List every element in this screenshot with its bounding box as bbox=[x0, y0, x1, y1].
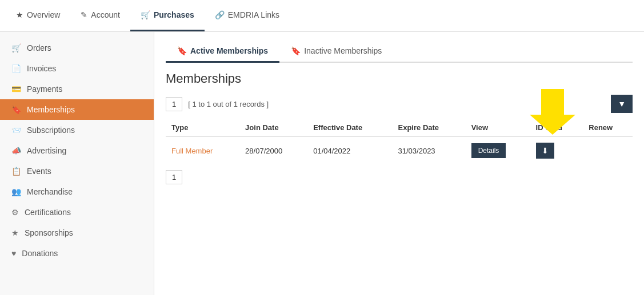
pagination-bottom: 1 bbox=[166, 170, 633, 184]
orders-icon: 🛒 bbox=[11, 43, 21, 52]
sidebar-item-merchandise[interactable]: 👥 Merchandise bbox=[0, 181, 154, 202]
cell-type: Full Member bbox=[166, 137, 239, 165]
records-info: [ 1 to 1 out of 1 records ] bbox=[188, 100, 269, 108]
download-id-card-button[interactable]: ⬇ bbox=[536, 143, 554, 159]
nav-emdria-label: EMDRIA Links bbox=[228, 10, 279, 19]
filter-button[interactable]: ▼ bbox=[611, 95, 633, 113]
sidebar-payments-label: Payments bbox=[27, 84, 62, 94]
cell-id-card: ⬇ bbox=[530, 137, 583, 165]
edit-icon: ✎ bbox=[81, 10, 87, 19]
cart-icon: 🛒 bbox=[141, 10, 150, 19]
sidebar-merchandise-label: Merchandise bbox=[27, 187, 73, 196]
active-tab-icon: 🔖 bbox=[177, 46, 187, 55]
table-header-row: Type Join Date Effective Date Expire Dat… bbox=[166, 119, 633, 137]
sidebar-events-label: Events bbox=[27, 167, 51, 176]
sidebar-item-donations[interactable]: ♥ Donations bbox=[0, 243, 154, 264]
certifications-icon: ⚙ bbox=[11, 208, 19, 217]
sidebar-advertising-label: Advertising bbox=[27, 146, 66, 155]
cell-view: Details bbox=[466, 137, 530, 165]
col-type: Type bbox=[166, 119, 239, 137]
subscriptions-icon: 📨 bbox=[11, 126, 21, 135]
cell-renew bbox=[583, 137, 633, 165]
nav-item-purchases[interactable]: 🛒 Purchases bbox=[130, 0, 205, 31]
tab-active-memberships[interactable]: 🔖 Active Memberships bbox=[166, 41, 279, 63]
top-navigation: ★ Overview ✎ Account 🛒 Purchases 🔗 EMDRI… bbox=[0, 0, 644, 32]
nav-item-overview[interactable]: ★ Overview bbox=[6, 0, 70, 31]
sidebar-invoices-label: Invoices bbox=[27, 64, 56, 73]
sidebar-item-payments[interactable]: 💳 Payments bbox=[0, 79, 154, 99]
download-icon: ⬇ bbox=[542, 146, 549, 155]
col-id-card: ID Card bbox=[530, 119, 583, 137]
sidebar-orders-label: Orders bbox=[27, 43, 51, 52]
link-icon: 🔗 bbox=[215, 10, 225, 19]
sidebar-item-orders[interactable]: 🛒 Orders bbox=[0, 38, 154, 58]
active-tab-label: Active Memberships bbox=[190, 46, 268, 55]
pagination-top: 1 [ 1 to 1 out of 1 records ] ▼ bbox=[166, 95, 633, 113]
donations-icon: ♥ bbox=[11, 249, 16, 258]
payments-icon: 💳 bbox=[11, 84, 21, 94]
cell-join-date: 28/07/2000 bbox=[239, 137, 307, 165]
col-expire-date: Expire Date bbox=[393, 119, 466, 137]
filter-icon: ▼ bbox=[618, 99, 626, 108]
sidebar-memberships-label: Memberships bbox=[27, 105, 75, 114]
table-row: Full Member 28/07/2000 01/04/2022 31/03/… bbox=[166, 137, 633, 165]
current-page-bottom[interactable]: 1 bbox=[166, 170, 182, 184]
nav-item-account[interactable]: ✎ Account bbox=[70, 0, 130, 31]
invoices-icon: 📄 bbox=[11, 64, 21, 73]
nav-account-label: Account bbox=[91, 10, 120, 19]
inactive-tab-icon: 🔖 bbox=[291, 46, 301, 55]
merchandise-icon: 👥 bbox=[11, 187, 21, 196]
page-title: Memberships bbox=[166, 71, 633, 86]
sidebar-item-subscriptions[interactable]: 📨 Subscriptions bbox=[0, 120, 154, 140]
nav-overview-label: Overview bbox=[27, 10, 60, 19]
cell-effective-date: 01/04/2022 bbox=[307, 137, 392, 165]
col-renew: Renew bbox=[583, 119, 633, 137]
sidebar-sponsorships-label: Sponsorships bbox=[25, 228, 73, 237]
advertising-icon: 📣 bbox=[11, 146, 21, 155]
sidebar-donations-label: Donations bbox=[22, 249, 58, 258]
sidebar-item-invoices[interactable]: 📄 Invoices bbox=[0, 58, 154, 79]
cell-expire-date: 31/03/2023 bbox=[393, 137, 466, 165]
current-page-top[interactable]: 1 bbox=[166, 97, 182, 111]
sidebar-item-certifications[interactable]: ⚙ Certifications bbox=[0, 202, 154, 223]
main-content: 🔖 Active Memberships 🔖 Inactive Membersh… bbox=[154, 32, 644, 295]
nav-item-emdria-links[interactable]: 🔗 EMDRIA Links bbox=[205, 0, 290, 31]
sidebar-item-memberships[interactable]: 🔖 Memberships bbox=[0, 99, 154, 120]
sidebar-item-events[interactable]: 📋 Events bbox=[0, 161, 154, 181]
sidebar: 🛒 Orders 📄 Invoices 💳 Payments 🔖 Members… bbox=[0, 32, 154, 295]
col-join-date: Join Date bbox=[239, 119, 307, 137]
memberships-table: Type Join Date Effective Date Expire Dat… bbox=[166, 119, 633, 164]
events-icon: 📋 bbox=[11, 167, 21, 176]
sidebar-item-advertising[interactable]: 📣 Advertising bbox=[0, 140, 154, 161]
star-icon: ★ bbox=[16, 10, 23, 19]
memberships-icon: 🔖 bbox=[11, 105, 21, 114]
sidebar-certifications-label: Certifications bbox=[25, 208, 71, 217]
col-view: View bbox=[466, 119, 530, 137]
sidebar-item-sponsorships[interactable]: ★ Sponsorships bbox=[0, 223, 154, 243]
main-layout: 🛒 Orders 📄 Invoices 💳 Payments 🔖 Members… bbox=[0, 32, 644, 295]
member-type-link[interactable]: Full Member bbox=[171, 147, 213, 155]
sidebar-subscriptions-label: Subscriptions bbox=[27, 126, 75, 135]
membership-tabs: 🔖 Active Memberships 🔖 Inactive Membersh… bbox=[166, 41, 633, 63]
nav-purchases-label: Purchases bbox=[154, 10, 194, 19]
sponsorships-icon: ★ bbox=[11, 228, 19, 237]
inactive-tab-label: Inactive Memberships bbox=[304, 46, 382, 55]
details-button[interactable]: Details bbox=[471, 143, 506, 158]
tab-inactive-memberships[interactable]: 🔖 Inactive Memberships bbox=[279, 41, 393, 63]
col-effective-date: Effective Date bbox=[307, 119, 392, 137]
